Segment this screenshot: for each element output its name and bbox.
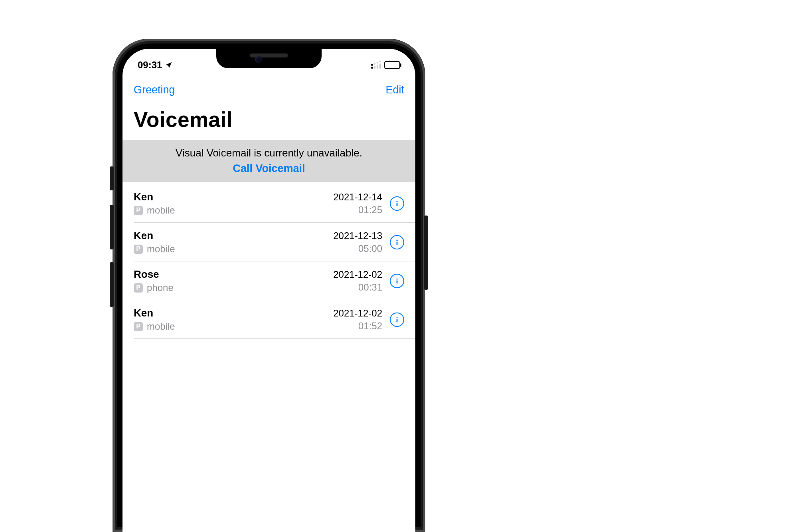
- banner-message: Visual Voicemail is currently unavailabl…: [134, 147, 404, 159]
- caller-name: Rose: [134, 268, 333, 281]
- parking-badge-icon: P: [134, 245, 143, 254]
- phone-source-label: mobile: [147, 205, 175, 216]
- voicemail-duration: 05:00: [333, 243, 382, 254]
- voicemail-duration: 01:52: [333, 320, 382, 332]
- clock-time: 09:31: [138, 59, 162, 71]
- power-button: [424, 216, 428, 290]
- front-camera: [255, 56, 262, 63]
- svg-rect-7: [397, 319, 398, 322]
- svg-point-4: [396, 278, 397, 279]
- info-icon[interactable]: [390, 312, 404, 327]
- edit-button[interactable]: Edit: [385, 84, 404, 96]
- caller-name: Ken: [134, 229, 333, 242]
- svg-rect-3: [397, 241, 398, 245]
- voicemail-list: Ken P mobile 2021-12-14 01:25: [122, 182, 415, 339]
- phone-source-label: phone: [147, 282, 174, 293]
- parking-badge-icon: P: [134, 322, 143, 331]
- cellular-signal-icon: [371, 61, 381, 69]
- call-voicemail-button[interactable]: Call Voicemail: [134, 162, 404, 175]
- parking-badge-icon: P: [134, 206, 143, 215]
- svg-point-0: [396, 201, 397, 202]
- info-icon[interactable]: [390, 235, 404, 249]
- info-icon[interactable]: [390, 196, 404, 211]
- parking-badge-icon: P: [134, 283, 143, 293]
- notch: [216, 49, 322, 68]
- phone-source-label: mobile: [147, 321, 175, 332]
- voicemail-date: 2021-12-14: [333, 192, 382, 203]
- voicemail-date: 2021-12-02: [333, 308, 382, 319]
- greeting-button[interactable]: Greeting: [134, 84, 175, 96]
- voicemail-row[interactable]: Ken P mobile 2021-12-02 01:52: [122, 300, 415, 339]
- voicemail-row[interactable]: Rose P phone 2021-12-02 00:31: [122, 261, 415, 300]
- info-icon[interactable]: [390, 274, 404, 288]
- svg-point-6: [396, 317, 397, 318]
- voicemail-date: 2021-12-02: [333, 269, 382, 280]
- svg-point-2: [396, 239, 397, 241]
- location-arrow-icon: [164, 61, 173, 69]
- svg-rect-5: [397, 280, 398, 283]
- voicemail-duration: 01:25: [333, 204, 382, 216]
- volume-up-button: [110, 205, 114, 249]
- screen: 09:31: [122, 49, 415, 532]
- phone-source-label: mobile: [147, 243, 175, 255]
- voicemail-unavailable-banner: Visual Voicemail is currently unavailabl…: [122, 140, 415, 182]
- voicemail-row[interactable]: Ken P mobile 2021-12-13 05:00: [122, 223, 415, 261]
- page-title: Voicemail: [122, 96, 415, 140]
- caller-name: Ken: [134, 191, 333, 203]
- nav-bar: Greeting Edit: [122, 79, 415, 96]
- svg-rect-1: [397, 203, 398, 206]
- caller-name: Ken: [134, 307, 333, 319]
- mute-switch: [110, 166, 114, 190]
- volume-down-button: [110, 262, 114, 307]
- voicemail-duration: 00:31: [333, 282, 382, 293]
- phone-frame: 09:31: [113, 39, 425, 532]
- battery-icon: [384, 61, 400, 69]
- voicemail-date: 2021-12-13: [333, 230, 382, 241]
- voicemail-row[interactable]: Ken P mobile 2021-12-14 01:25: [122, 182, 415, 223]
